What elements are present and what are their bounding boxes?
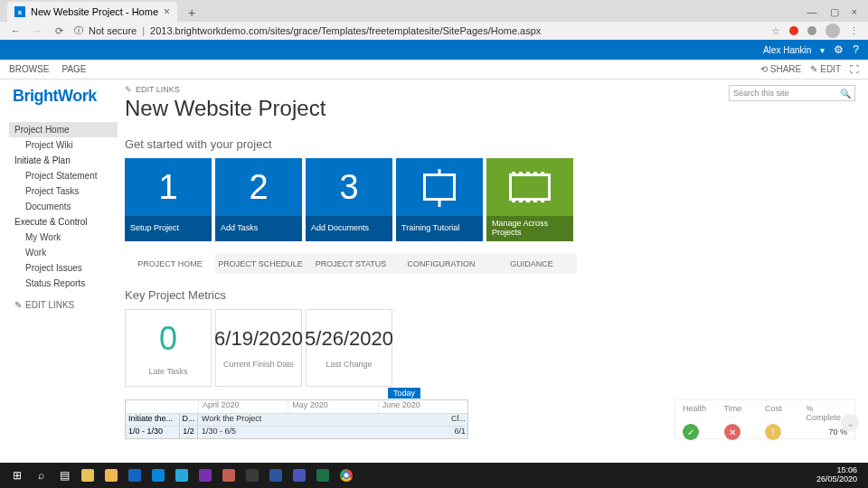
extension-icon-gray[interactable] [807,26,816,35]
user-name[interactable]: Alex Hankin [763,45,811,55]
gantt-chart[interactable]: Today April 2020 May 2020 June 2020 Init… [125,399,468,439]
not-secure-label: Not secure [89,25,137,36]
start-icon[interactable]: ⊞ [5,465,29,485]
nav-initiate-plan[interactable]: Initiate & Plan [9,153,118,168]
tab-guidance[interactable]: GUIDANCE [486,254,577,274]
pct-complete-value: 70 % [807,427,848,436]
tile-add-tasks[interactable]: 2 Add Tasks [215,158,302,241]
nav-project-statement[interactable]: Project Statement [9,168,118,183]
close-tab-icon[interactable]: × [164,5,170,18]
tab-project-status[interactable]: PROJECT STATUS [306,254,396,274]
focus-icon[interactable]: ⛶ [850,64,859,74]
edge-icon[interactable] [146,465,170,485]
tile-training-tutorial[interactable]: Training Tutorial [396,158,483,241]
pencil-icon: ✎ [125,85,132,94]
new-tab-button[interactable]: + [183,4,201,22]
gantt-row[interactable]: 1/0 - 1/30 1/2 1/30 - 6/56/1 [126,426,467,438]
taskbar-clock[interactable]: 15:06 26/05/2020 [816,466,863,484]
time-indicator-red: ✕ [724,424,741,440]
addr-icons: ☆ ⋮ [771,23,859,38]
ribbon: BROWSE PAGE ⟲ SHARE ✎ EDIT ⛶ [0,60,868,80]
back-icon[interactable]: ← [9,25,22,36]
suite-bar: Alex Hankin ▾ ⚙ ? [0,40,868,60]
outlook-icon[interactable] [123,465,146,485]
browser-tab[interactable]: s New Website Project - Home × [7,2,177,22]
gantt-months: April 2020 May 2020 June 2020 [126,400,467,413]
nav-project-home[interactable]: Project Home [9,122,118,137]
ribbon-tab-browse[interactable]: BROWSE [9,64,49,74]
menu-icon[interactable]: ⋮ [849,25,859,37]
tile-setup-project[interactable]: 1 Setup Project [125,158,212,241]
pencil-icon: ✎ [14,300,22,310]
metric-finish-date[interactable]: 6/19/2020 Current Finish Date [215,309,302,387]
taskview-icon[interactable]: ▤ [52,465,76,485]
close-window-icon[interactable]: × [852,6,857,17]
nav-my-work[interactable]: My Work [9,230,118,245]
tile-caption: Training Tutorial [396,216,483,241]
snagit-icon[interactable] [241,465,264,485]
metric-label: Last Change [326,360,372,369]
ie-icon[interactable] [170,465,193,485]
onenote-icon[interactable] [193,465,217,485]
search-input[interactable]: Search this site 🔍 [729,85,855,101]
gear-icon[interactable]: ⚙ [834,43,844,56]
window-controls: — ▢ × [807,2,868,22]
tab-project-home[interactable]: PROJECT HOME [125,254,215,274]
nav-execute-control[interactable]: Execute & Control [9,214,118,230]
metric-late-tasks[interactable]: 0 Late Tasks [125,309,212,387]
tile-caption: Add Tasks [215,216,302,241]
scroll-down-icon[interactable]: ⌄ [841,414,859,432]
nav-status-reports[interactable]: Status Reports [9,276,118,291]
tile-manage-across[interactable]: Manage Across Projects [486,158,573,241]
film-icon [509,174,551,201]
chrome-icon[interactable] [335,465,358,485]
nav-project-issues[interactable]: Project Issues [9,260,118,276]
not-secure-icon: ⓘ [74,24,83,37]
url-box[interactable]: ⓘ Not secure | 2013.brightworkdemo.com/s… [74,24,762,37]
forward-icon[interactable]: → [31,25,43,36]
tab-strip: s New Website Project - Home × + — ▢ × [0,0,868,22]
tile-number: 3 [306,158,392,216]
share-button[interactable]: ⟲ SHARE [760,64,801,74]
nav-project-tasks[interactable]: Project Tasks [9,183,118,199]
chevron-down-icon[interactable]: ▾ [820,45,825,55]
teams-icon[interactable] [288,465,311,485]
search-taskbar-icon[interactable]: ⌕ [29,465,52,485]
search-placeholder: Search this site [733,89,789,98]
metric-last-change[interactable]: 5/26/2020 Last Change [306,309,392,387]
address-bar: ← → ⟳ ⓘ Not secure | 2013.brightworkdemo… [0,22,868,40]
get-started-heading: Get started with your project [125,137,855,151]
tab-configuration[interactable]: CONFIGURATION [396,254,486,274]
cost-indicator-yellow: ! [765,424,781,440]
tile-caption: Setup Project [125,216,212,241]
minimize-icon[interactable]: — [807,6,817,17]
profile-avatar-icon[interactable] [826,23,840,38]
tile-caption: Manage Across Projects [486,216,573,241]
star-icon[interactable]: ☆ [771,25,780,37]
reload-icon[interactable]: ⟳ [52,25,65,37]
help-icon[interactable]: ? [853,43,859,56]
app-icon-2[interactable] [217,465,241,485]
search-icon[interactable]: 🔍 [840,89,851,99]
nav-documents[interactable]: Documents [9,199,118,214]
explorer-icon[interactable] [99,465,123,485]
promoted-tiles: 1 Setup Project 2 Add Tasks 3 Add Docume… [125,158,855,241]
nav-edit-links[interactable]: ✎ EDIT LINKS [9,300,118,310]
app-icon[interactable] [76,465,99,485]
edit-button[interactable]: ✎ EDIT [810,64,841,74]
nav-work[interactable]: Work [9,245,118,260]
word-icon[interactable] [264,465,288,485]
tab-project-schedule[interactable]: PROJECT SCHEDULE [215,254,306,274]
tile-caption: Add Documents [306,216,392,241]
tile-add-documents[interactable]: 3 Add Documents [306,158,392,241]
maximize-icon[interactable]: ▢ [830,6,839,18]
metric-label: Current Finish Date [223,360,294,369]
browser-chrome: s New Website Project - Home × + — ▢ × ←… [0,0,868,40]
ribbon-tab-page[interactable]: PAGE [61,64,86,74]
gantt-row[interactable]: Initiate the... D... Work the ProjectCl.… [126,413,467,426]
nav-project-wiki[interactable]: Project Wiki [9,137,118,153]
extension-icon-red[interactable] [789,26,798,35]
excel-icon[interactable] [311,465,335,485]
site-logo[interactable]: BrightWork [9,87,118,106]
today-marker: Today [388,388,420,399]
